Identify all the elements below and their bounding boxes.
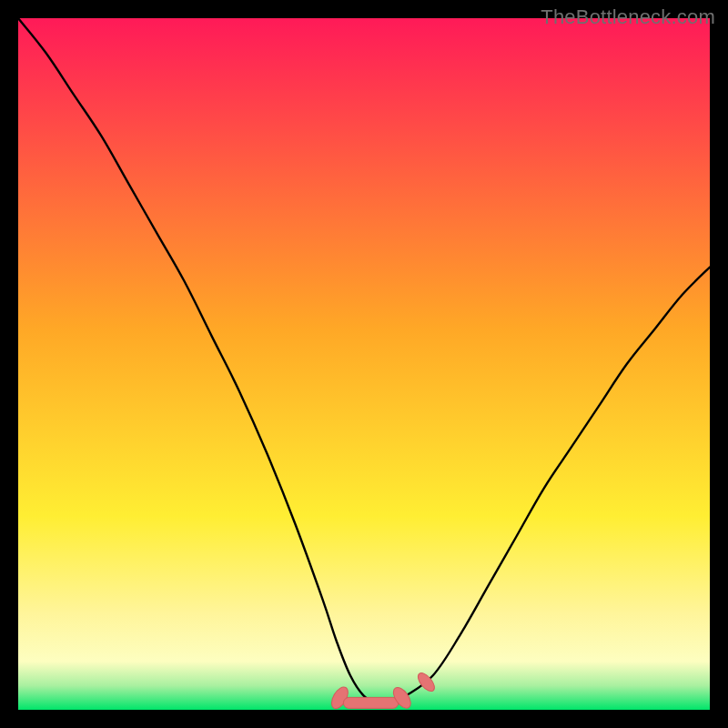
plot-area bbox=[18, 18, 710, 710]
chart-frame: TheBottleneck.com bbox=[0, 0, 728, 728]
chart-svg bbox=[18, 18, 710, 710]
watermark-text: TheBottleneck.com bbox=[541, 5, 715, 29]
marker-flat-bar bbox=[343, 697, 398, 708]
gradient-background bbox=[18, 18, 710, 710]
